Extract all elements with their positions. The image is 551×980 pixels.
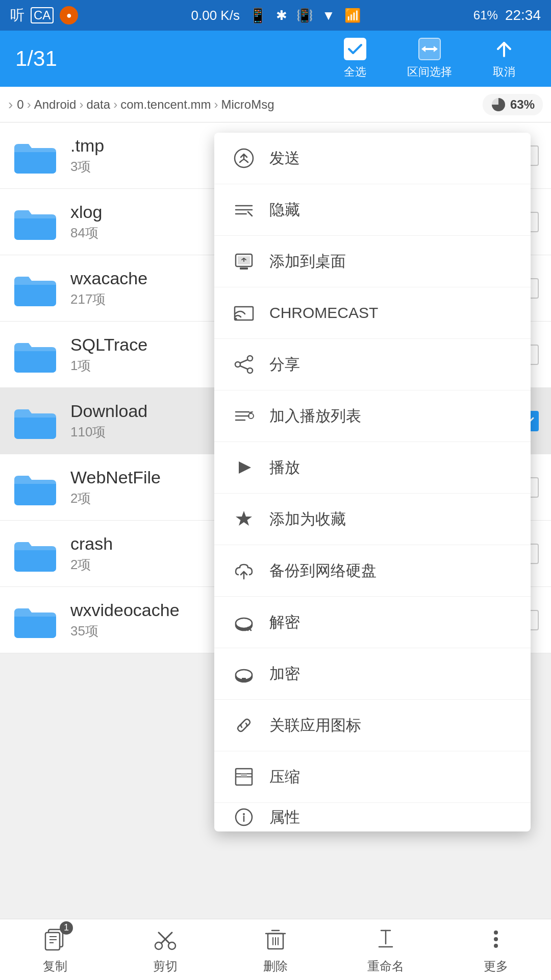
menu-label-send: 发送 <box>269 148 300 169</box>
cancel-button[interactable]: 取消 <box>472 33 536 85</box>
status-right: 61% 22:34 <box>473 7 541 23</box>
folder-icon-crash <box>12 531 58 577</box>
rename-label: 重命名 <box>367 958 404 974</box>
menu-label-add-playlist: 加入播放列表 <box>269 406 361 427</box>
more-icon <box>482 925 510 955</box>
properties-icon <box>233 806 255 828</box>
menu-label-add-favorite: 添加为收藏 <box>269 509 346 530</box>
menu-item-share[interactable]: 分享 <box>214 339 531 390</box>
menu-item-properties[interactable]: 属性 <box>214 803 531 831</box>
playlist-icon <box>233 405 255 427</box>
menu-label-backup: 备份到网络硬盘 <box>269 560 377 581</box>
menu-label-link-app: 关联应用图标 <box>269 715 361 736</box>
folder-icon-download <box>12 398 58 444</box>
cast-icon <box>233 302 255 324</box>
folder-icon-tmp <box>12 133 58 179</box>
menu-item-link-app[interactable]: 关联应用图标 <box>214 700 531 751</box>
decrypt-icon <box>233 611 255 633</box>
menu-item-send[interactable]: 发送 <box>214 133 531 184</box>
svg-point-35 <box>236 618 252 628</box>
menu-item-backup[interactable]: 备份到网络硬盘 <box>214 545 531 597</box>
more-label: 更多 <box>484 958 508 974</box>
select-all-button[interactable]: 全选 <box>323 33 387 85</box>
share-icon <box>233 353 255 376</box>
wifi-icon: ▼ <box>322 8 335 23</box>
menu-label-compress: 压缩 <box>269 767 300 788</box>
status-left: 听 CA ● <box>10 6 78 25</box>
pie-chart-icon <box>491 97 506 112</box>
menu-item-chromecast[interactable]: CHROMECAST <box>214 287 531 339</box>
svg-rect-41 <box>242 678 246 681</box>
check-icon <box>344 38 366 60</box>
storage-percent: 63% <box>510 97 535 112</box>
menu-label-hide: 隐藏 <box>269 200 300 220</box>
folder-icon-sqltrace <box>12 332 58 378</box>
rename-button[interactable]: 重命名 <box>331 925 441 974</box>
bottom-bar: 1 复制 剪切 删除 <box>0 919 551 980</box>
menu-label-properties: 属性 <box>269 807 300 828</box>
menu-item-compress[interactable]: 压缩 <box>214 751 531 803</box>
svg-point-69 <box>494 944 498 948</box>
status-center: 0.00 K/s 📱 ✱ 📳 ▼ 📶 <box>191 7 361 24</box>
folder-icon-wxvideocache <box>12 597 58 643</box>
svg-point-27 <box>248 413 254 419</box>
svg-rect-12 <box>240 267 248 270</box>
svg-marker-31 <box>236 511 252 526</box>
rename-icon <box>372 925 399 955</box>
svg-point-68 <box>494 937 498 941</box>
copy-badge: 1 <box>60 921 73 935</box>
menu-label-encrypt: 加密 <box>269 664 300 684</box>
breadcrumb-tencent[interactable]: com.tencent.mm <box>120 97 211 112</box>
range-select-label: 区间选择 <box>407 64 452 80</box>
folder-icon-webnetfile <box>12 464 58 510</box>
menu-item-add-playlist[interactable]: 加入播放列表 <box>214 390 531 442</box>
svg-marker-1 <box>421 46 425 52</box>
svg-point-20 <box>235 362 240 367</box>
svg-point-18 <box>235 318 237 321</box>
menu-item-decrypt[interactable]: 解密 <box>214 597 531 648</box>
breadcrumb-bar: › 0 › Android › data › com.tencent.mm › … <box>0 87 551 122</box>
svg-line-29 <box>249 412 253 413</box>
svg-line-22 <box>240 360 247 363</box>
svg-marker-30 <box>239 461 251 474</box>
copy-label: 复制 <box>43 958 67 974</box>
toolbar-actions: 全选 区间选择 取消 <box>323 33 536 85</box>
svg-point-19 <box>247 356 253 361</box>
range-select-button[interactable]: 区间选择 <box>387 33 472 85</box>
more-button[interactable]: 更多 <box>441 925 551 974</box>
cancel-icon <box>493 38 515 60</box>
phone-icon: 📱 <box>249 7 267 24</box>
context-menu[interactable]: 发送 隐藏 <box>214 133 531 831</box>
svg-marker-2 <box>434 46 438 52</box>
send-icon <box>233 147 255 169</box>
star-icon <box>233 508 255 530</box>
breadcrumb-chevron-left[interactable]: › <box>8 96 13 113</box>
menu-item-play[interactable]: 播放 <box>214 442 531 494</box>
breadcrumb-root[interactable]: 0 <box>17 97 23 112</box>
app-icon-ting: 听 <box>10 6 24 25</box>
menu-label-play: 播放 <box>269 457 300 478</box>
delete-icon <box>262 925 289 955</box>
menu-item-hide[interactable]: 隐藏 <box>214 184 531 236</box>
svg-point-57 <box>168 942 176 949</box>
breadcrumb-data[interactable]: data <box>86 97 110 112</box>
vibrate-icon: 📳 <box>296 8 313 23</box>
svg-line-23 <box>240 366 247 369</box>
breadcrumb-android[interactable]: Android <box>34 97 77 112</box>
copy-icon-wrapper: 1 <box>41 925 69 955</box>
app-icon-ca: CA <box>31 7 54 23</box>
menu-item-encrypt[interactable]: 加密 <box>214 648 531 700</box>
menu-item-add-desktop[interactable]: 添加到桌面 <box>214 236 531 287</box>
delete-button[interactable]: 删除 <box>220 925 331 974</box>
breadcrumb-micromsg[interactable]: MicroMsg <box>221 97 274 112</box>
copy-button[interactable]: 1 复制 <box>0 925 110 974</box>
cut-button[interactable]: 剪切 <box>110 925 220 974</box>
status-bar: 听 CA ● 0.00 K/s 📱 ✱ 📳 ▼ 📶 61% 22:34 <box>0 0 551 31</box>
play-icon <box>233 456 255 479</box>
storage-badge: 63% <box>483 94 543 115</box>
svg-point-21 <box>247 368 253 373</box>
app-icon-orange: ● <box>60 6 78 24</box>
menu-item-add-favorite[interactable]: 添加为收藏 <box>214 494 531 545</box>
select-all-label: 全选 <box>344 64 366 80</box>
selection-count: 1/31 <box>15 46 57 71</box>
